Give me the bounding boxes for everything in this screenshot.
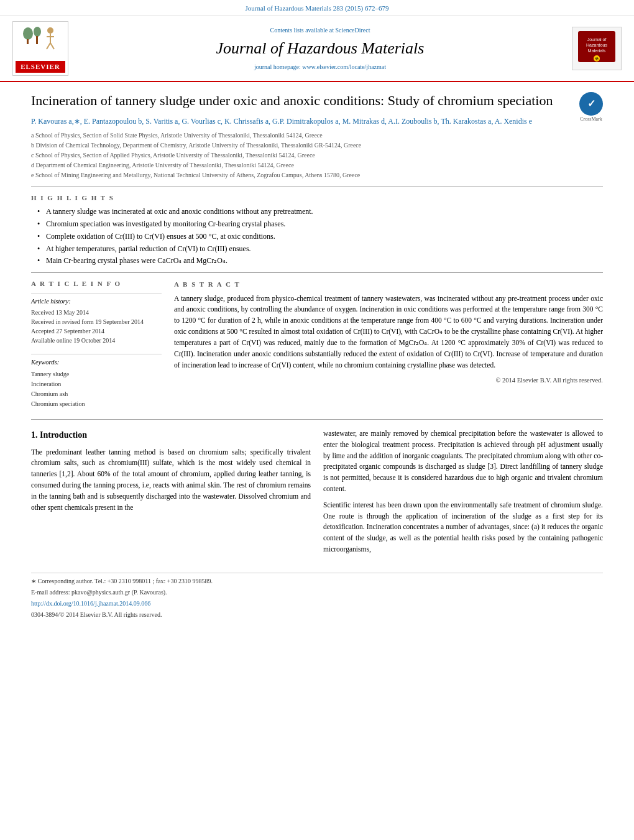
svg-rect-4 [36, 36, 38, 44]
affiliation-line: b Division of Chemical Technology, Depar… [31, 141, 603, 150]
keywords-label: Keywords: [31, 358, 162, 367]
divider-3 [31, 419, 603, 420]
keywords-list: Tannery sludgeIncinerationChromium ashCh… [31, 369, 162, 409]
svg-point-2 [34, 27, 41, 37]
article-info-column: A R T I C L E I N F O Article history: R… [31, 279, 162, 413]
highlight-item: Main Cr-bearing crystal phases were CaCr… [37, 256, 603, 266]
affiliations: a School of Physics, Section of Solid St… [31, 131, 603, 180]
authors-line: P. Kavouras a,∗, E. Pantazopoulou b, S. … [31, 116, 603, 127]
doi-link[interactable]: http://dx.doi.org/10.1016/j.jhazmat.2014… [31, 600, 150, 607]
affiliation-line: c School of Physics, Section of Applied … [31, 150, 603, 160]
issn-line: 0304-3894/© 2014 Elsevier B.V. All right… [31, 611, 603, 619]
highlights-label: H I G H L I G H T S [31, 193, 603, 203]
highlight-item: A tannery sludge was incinerated at oxic… [37, 206, 603, 217]
journal-reference-bar: Journal of Hazardous Materials 283 (2015… [0, 0, 634, 16]
journal-homepage: journal homepage: www.elsevier.com/locat… [68, 63, 572, 72]
available-online-date: Available online 19 October 2014 [31, 336, 162, 345]
intro-paragraph-2: wastewater, are mainly removed by chemic… [323, 428, 603, 495]
intro-left-col: 1. Introduction The predominant leather … [31, 428, 311, 560]
keyword-item: Tannery sludge [31, 369, 162, 379]
highlight-item: Chromium speciation was investigated by … [37, 219, 603, 229]
journal-reference: Journal of Hazardous Materials 283 (2015… [246, 4, 389, 12]
intro-heading: 1. Introduction [31, 428, 311, 442]
svg-point-5 [47, 27, 53, 34]
affiliation-line: d Department of Chemical Engineering, Ar… [31, 160, 603, 170]
intro-columns: 1. Introduction The predominant leather … [31, 428, 603, 560]
svg-text:Hazardous: Hazardous [586, 43, 607, 47]
intro-paragraph-1: The predominant leather tanning method i… [31, 447, 311, 514]
elsevier-wordmark: ELSEVIER [16, 61, 65, 73]
corresponding-author: ∗ Corresponding author. Tel.: +30 2310 9… [31, 577, 603, 586]
svg-text:☢: ☢ [595, 57, 599, 61]
contents-line: Contents lists available at ScienceDirec… [68, 26, 572, 35]
hazmat-logo: Journal of Hazardous Materials ☢ [572, 27, 622, 70]
article-info-label: A R T I C L E I N F O [31, 279, 162, 288]
svg-rect-3 [27, 39, 29, 44]
journal-header: ELSEVIER Contents lists available at Sci… [0, 16, 634, 82]
svg-text:Journal of: Journal of [587, 37, 607, 42]
highlights-section: H I G H L I G H T S A tannery sludge was… [31, 193, 603, 266]
abstract-text: A tannery sludge, produced from physico-… [174, 293, 603, 371]
article-info-abstract: A R T I C L E I N F O Article history: R… [31, 279, 603, 413]
email-address: E-mail address: pkavo@physics.auth.gr (P… [31, 588, 603, 597]
keyword-item: Incineration [31, 379, 162, 389]
elsevier-logo: ELSEVIER [12, 21, 68, 76]
affiliation-line: a School of Physics, Section of Solid St… [31, 131, 603, 141]
svg-point-1 [23, 27, 33, 40]
intro-paragraph-3: Scientific interest has been drawn upon … [323, 500, 603, 555]
doi-line: http://dx.doi.org/10.1016/j.jhazmat.2014… [31, 599, 603, 608]
main-content: Incineration of tannery sludge under oxi… [0, 82, 634, 631]
highlights-list: A tannery sludge was incinerated at oxic… [31, 206, 603, 266]
article-history: Article history: Received 13 May 2014 Re… [31, 293, 162, 349]
divider-2 [31, 272, 603, 273]
received-date: Received 13 May 2014 [31, 308, 162, 317]
copyright-line: © 2014 Elsevier B.V. All rights reserved… [174, 376, 603, 385]
article-title: Incineration of tannery sludge under oxi… [31, 92, 603, 110]
keywords-group: Keywords: Tannery sludgeIncinerationChro… [31, 354, 162, 413]
divider-1 [31, 187, 603, 187]
header-center: Contents lists available at ScienceDirec… [68, 26, 572, 71]
keyword-item: Chromium ash [31, 389, 162, 399]
introduction-section: 1. Introduction The predominant leather … [31, 428, 603, 560]
svg-rect-0 [16, 24, 65, 49]
abstract-label: A B S T R A C T [174, 279, 603, 290]
svg-text:Materials: Materials [588, 48, 606, 53]
history-label: Article history: [31, 297, 162, 307]
crossmark-logo: ✓ CrossMark [579, 92, 603, 122]
received-revised-date: Received in revised form 19 September 20… [31, 317, 162, 326]
accepted-date: Accepted 27 September 2014 [31, 326, 162, 336]
abstract-column: A B S T R A C T A tannery sludge, produc… [174, 279, 603, 413]
affiliation-line: e School of Mining Engineering and Metal… [31, 170, 603, 180]
footnote-section: ∗ Corresponding author. Tel.: +30 2310 9… [31, 573, 603, 619]
highlight-item: Complete oxidation of Cr(III) to Cr(VI) … [37, 231, 603, 242]
keyword-item: Chromium speciation [31, 399, 162, 409]
intro-right-col: wastewater, are mainly removed by chemic… [323, 428, 603, 560]
highlight-item: At higher temperatures, partial reductio… [37, 244, 603, 254]
journal-title: Journal of Hazardous Materials [68, 37, 572, 60]
